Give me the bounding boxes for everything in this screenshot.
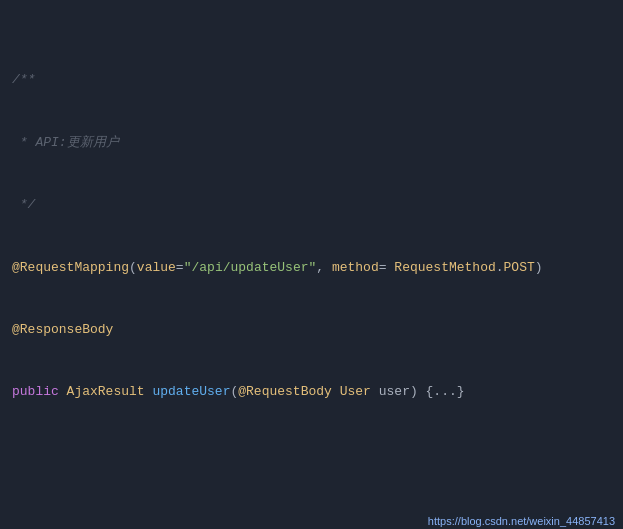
comment-line: /** — [12, 70, 611, 91]
response-body: @ResponseBody — [12, 320, 611, 341]
method-line: public AjaxResult updateUser(@RequestBod… — [12, 382, 611, 403]
code-editor: /** * API:更新用户 */ @RequestMapping(value=… — [0, 0, 623, 529]
comment-close: */ — [12, 195, 611, 216]
empty-line — [12, 466, 611, 487]
annotation-line: @RequestMapping(value="/api/updateUser",… — [12, 258, 611, 279]
comment-api-label: * API:更新用户 — [12, 133, 611, 154]
url-bar: https://blog.csdn.net/weixin_44857413 — [420, 513, 623, 529]
